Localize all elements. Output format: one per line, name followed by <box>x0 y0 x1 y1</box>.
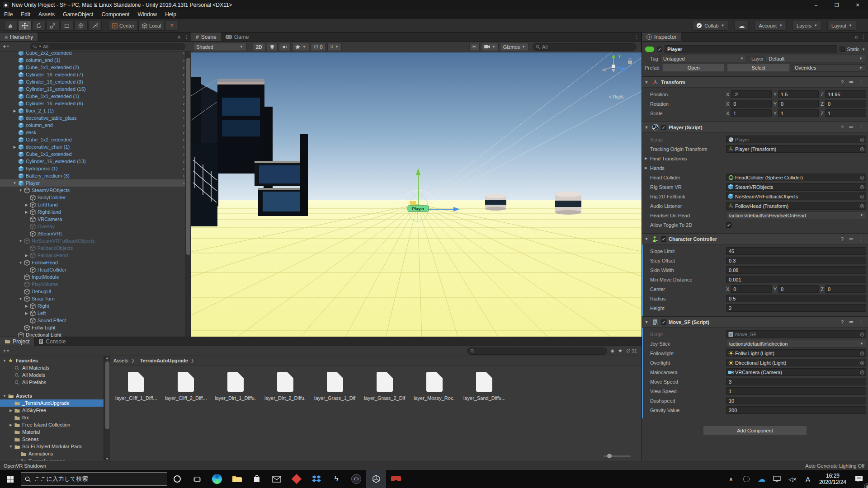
asset-item[interactable]: layer_Mossy_Roc... <box>415 372 454 401</box>
hierarchy-item[interactable]: Cylinder_16_extended (7) › <box>0 71 191 78</box>
ruby-app-icon[interactable] <box>287 470 307 488</box>
shading-mode-dropdown[interactable]: Shaded▼ <box>193 43 246 51</box>
foldout-arrow-icon[interactable]: ▶ <box>24 253 29 258</box>
value-dropdown[interactable]: \actions\default\in\direction▼ <box>726 340 866 347</box>
project-tree-item[interactable]: ▶ Free Island Collection <box>0 421 104 428</box>
onedrive-icon[interactable]: ☁ <box>754 470 769 488</box>
prefab-open-chevron-icon[interactable]: › <box>183 181 184 186</box>
menu-file[interactable]: File <box>0 10 17 19</box>
hierarchy-item[interactable]: BodyCollider <box>0 194 191 201</box>
object-reference-field[interactable]: NoSteamVRFallbackObjects ◎ <box>726 192 866 200</box>
tray-expand-chevron[interactable]: ∧ <box>723 470 739 488</box>
prefab-overrides-dropdown[interactable]: Overrides▼ <box>792 64 865 72</box>
component-enabled-checkbox[interactable]: ✓ <box>661 236 666 242</box>
hierarchy-search-input[interactable]: ▾ All <box>30 43 185 50</box>
2d-toggle-button[interactable]: 2D <box>253 43 265 51</box>
hierarchy-item[interactable]: ▶ Right <box>0 302 191 310</box>
scene-viewport[interactable]: Player Y < Right <box>191 52 642 338</box>
foldout-arrow-icon[interactable]: ▼ <box>8 445 14 449</box>
x-value-field[interactable]: 0 <box>731 285 771 293</box>
rotation-mode-button[interactable]: Local <box>138 21 165 31</box>
foldout-arrow-icon[interactable]: ▼ <box>644 125 649 130</box>
value-field[interactable]: 1 <box>726 387 866 395</box>
lock-icon[interactable]: a <box>178 34 180 40</box>
game-tab[interactable]: Game <box>221 33 254 41</box>
asset-item[interactable]: layer_Sand_Diffu... <box>464 372 504 401</box>
z-value-field[interactable]: 0 <box>825 100 866 108</box>
create-object-button[interactable]: + <box>3 43 6 50</box>
component-header[interactable]: ▼ Transform ? ≔ ⋮ <box>642 77 868 88</box>
layer-dropdown[interactable]: Default▼ <box>766 55 865 62</box>
y-value-field[interactable]: 1.5 <box>778 90 819 98</box>
unity-app-icon[interactable] <box>366 470 386 488</box>
transform-tool-button[interactable] <box>74 21 88 31</box>
x-value-field[interactable]: 1 <box>731 109 771 117</box>
hierarchy-item[interactable]: ▼ NoSteamVRFallbackObjects <box>0 237 191 244</box>
foldout-arrow-icon[interactable]: ▼ <box>644 80 649 84</box>
prefab-open-chevron-icon[interactable]: › <box>183 159 184 164</box>
scene-tab[interactable]: # Scene <box>191 33 221 41</box>
maximize-button[interactable]: ❐ <box>826 0 847 10</box>
dropbox-app-icon[interactable] <box>307 470 326 488</box>
custom-tool-button[interactable] <box>88 21 102 31</box>
hierarchy-item[interactable]: Cube_2x2_extended › <box>0 52 191 56</box>
breadcrumb-segment[interactable]: Assets <box>113 358 128 363</box>
hierarchy-item[interactable]: ▼ SteamVRObjects <box>0 187 191 194</box>
hierarchy-item[interactable]: Cube_1x1_extended › <box>0 150 191 158</box>
hierarchy-item[interactable]: [SteamVR] <box>0 230 191 237</box>
value-field[interactable]: 10 <box>726 397 866 404</box>
hierarchy-item[interactable]: Cube_1x2_extended › <box>0 136 191 143</box>
value-field[interactable]: 0.5 <box>726 295 866 302</box>
file-explorer-app-icon[interactable] <box>227 470 247 488</box>
object-reference-field[interactable]: FollowHead (Transform) ◎ <box>726 202 866 210</box>
object-reference-field[interactable]: HeadCollider (Sphere Collider) ◎ <box>726 174 866 181</box>
hierarchy-item[interactable]: Battery_medium (3) › <box>0 172 191 179</box>
project-tree-item[interactable]: ▶ Example scenes <box>0 457 104 460</box>
kebab-menu-icon[interactable]: ⋮ <box>859 319 863 325</box>
action-center-button[interactable]: 4 <box>850 470 868 488</box>
object-reference-field[interactable]: VRCamera (Camera) ◎ <box>726 368 866 376</box>
hierarchy-item[interactable]: VRCamera <box>0 216 191 223</box>
hierarchy-item[interactable]: Cube_1x1_extended (1) › <box>0 93 191 100</box>
hierarchy-item[interactable]: DebugUI <box>0 288 191 295</box>
menu-assets[interactable]: Assets <box>34 10 59 19</box>
project-tree-item[interactable]: Scenes <box>0 436 104 443</box>
component-header[interactable]: ▼ # ✓ Move_SF (Script) ? ≔ ⋮ <box>642 317 868 328</box>
prefab-open-chevron-icon[interactable]: › <box>183 94 184 99</box>
volume-muted-icon[interactable]: ◁× <box>785 470 800 488</box>
create-asset-button[interactable]: + <box>3 347 6 354</box>
object-picker-icon[interactable]: ◎ <box>860 360 864 366</box>
value-dropdown[interactable]: \actions\default\in\HeadsetOnHead▼ <box>726 211 866 219</box>
project-tree-scrollbar[interactable]: ▲ ▼ <box>104 356 110 460</box>
foldout-arrow-icon[interactable]: ▶ <box>12 109 18 113</box>
help-icon[interactable]: ? <box>841 319 844 325</box>
object-picker-icon[interactable]: ◎ <box>860 184 864 190</box>
view-orientation-label[interactable]: < Right <box>609 94 623 99</box>
cortana-button[interactable] <box>167 470 187 488</box>
hierarchy-item[interactable]: Cube_1x1_extended (2) › <box>0 64 191 71</box>
start-button[interactable] <box>0 470 20 488</box>
hierarchy-item[interactable]: ▼ Snap Turn <box>0 295 191 302</box>
hierarchy-item[interactable]: HeadCollider <box>0 266 191 273</box>
breadcrumb-segment[interactable]: _TerrainAutoUpgrade <box>137 358 188 363</box>
foldout-arrow-icon[interactable]: ▶ <box>8 408 14 413</box>
hierarchy-item[interactable]: Cylinder_16_extended (3) › <box>0 78 191 85</box>
layout-button[interactable]: Layout▼ <box>827 21 856 31</box>
presets-icon[interactable]: ≔ <box>849 236 854 242</box>
store-app-icon[interactable] <box>247 470 267 488</box>
y-value-field[interactable]: 1 <box>778 109 819 117</box>
object-picker-icon[interactable]: ◎ <box>860 146 864 152</box>
presets-icon[interactable]: ≔ <box>849 79 854 85</box>
hierarchy-item[interactable]: Cylinder_16_extended (13) › <box>0 158 191 165</box>
kebab-menu-icon[interactable]: ⋮ <box>184 34 189 40</box>
hidden-objects-button[interactable]: ∅0 <box>311 43 326 51</box>
prefab-open-chevron-icon[interactable]: › <box>183 152 184 157</box>
prefab-open-chevron-icon[interactable]: › <box>183 80 184 84</box>
hidden-packages-count[interactable]: ∅ 11 <box>626 348 637 354</box>
presets-icon[interactable]: ≔ <box>849 124 854 130</box>
rotate-tool-button[interactable] <box>32 21 46 31</box>
hand-tool-button[interactable] <box>4 21 18 31</box>
project-tree-item[interactable]: All Models <box>0 371 104 379</box>
x-value-field[interactable]: 0 <box>731 100 771 108</box>
menu-help[interactable]: Help <box>161 10 180 19</box>
